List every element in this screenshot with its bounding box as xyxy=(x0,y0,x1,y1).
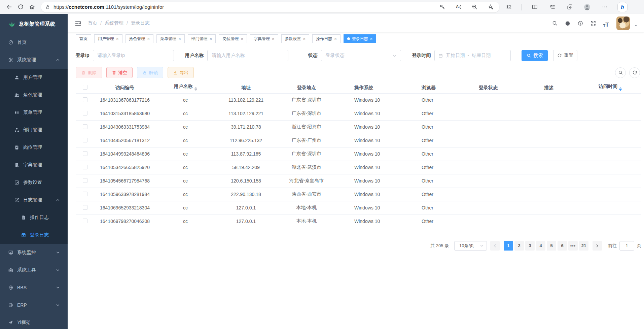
status-select[interactable]: 登录状态 xyxy=(321,50,401,61)
collections-button[interactable] xyxy=(565,2,574,12)
row-checkbox[interactable] xyxy=(83,111,87,116)
prev-page-button[interactable] xyxy=(490,241,500,251)
sidebar-item-12[interactable]: 系统监控 xyxy=(0,244,68,261)
sidebar-item-6[interactable]: 岗位管理 xyxy=(0,139,68,156)
help-button[interactable] xyxy=(576,19,585,28)
github-link[interactable] xyxy=(563,19,572,28)
sidebar-item-3[interactable]: 角色管理 xyxy=(0,86,68,104)
address-bar[interactable]: https://ccnetcore.com:1101/system/log/lo… xyxy=(41,2,499,12)
close-tab-icon[interactable]: × xyxy=(370,37,373,41)
close-tab-icon[interactable]: × xyxy=(210,37,212,41)
row-checkbox[interactable] xyxy=(83,138,87,142)
page-button-1[interactable]: 1 xyxy=(504,241,513,251)
breadcrumb-home[interactable]: 首页 xyxy=(88,20,97,26)
sidebar-item-14[interactable]: BBS xyxy=(0,279,68,296)
tab-8[interactable]: 操作日志× xyxy=(312,34,341,43)
tab-0[interactable]: 首页 xyxy=(76,34,91,43)
row-checkbox[interactable] xyxy=(83,97,87,102)
close-tab-icon[interactable]: × xyxy=(178,37,181,41)
sidebar-item-13[interactable]: 系统工具 xyxy=(0,261,68,279)
next-page-button[interactable] xyxy=(593,241,602,251)
sidebar-item-4[interactable]: 菜单管理 xyxy=(0,104,68,121)
browser-refresh-button[interactable] xyxy=(15,1,26,13)
tab-7[interactable]: 参数设置× xyxy=(281,34,310,43)
favorites-button[interactable] xyxy=(547,2,557,12)
close-tab-icon[interactable]: × xyxy=(334,37,337,41)
date-range-input[interactable]: 开始日期 - 结束日期 xyxy=(434,50,511,61)
row-checkbox[interactable] xyxy=(83,219,87,223)
read-aloud-button[interactable]: A xyxy=(454,2,463,12)
search-button[interactable]: 搜索 xyxy=(522,50,548,61)
user-name-input[interactable]: 请输入用户名称 xyxy=(207,50,288,61)
page-button-4[interactable]: 4 xyxy=(536,241,545,251)
extensions-button[interactable] xyxy=(504,2,513,12)
page-button-21[interactable]: 21 xyxy=(579,241,588,251)
fullscreen-button[interactable] xyxy=(589,19,598,28)
sidebar-item-10[interactable]: 操作日志 xyxy=(0,209,68,226)
page-size-select[interactable]: 10条/页 xyxy=(454,241,487,251)
sidebar-item-1[interactable]: 系统管理 xyxy=(0,51,68,69)
user-avatar[interactable] xyxy=(616,17,630,30)
page-button-6[interactable]: 6 xyxy=(558,241,567,251)
browser-profile-button[interactable] xyxy=(582,2,592,12)
page-button-2[interactable]: 2 xyxy=(514,241,524,251)
reset-button[interactable]: 重置 xyxy=(553,50,577,61)
browser-back-button[interactable] xyxy=(3,1,15,13)
column-header-8[interactable]: 访问时间 xyxy=(579,83,641,93)
close-tab-icon[interactable]: × xyxy=(147,37,150,41)
delete-button[interactable]: 删除 xyxy=(76,67,102,78)
page-button-5[interactable]: 5 xyxy=(547,241,556,251)
tab-label: 登录日志 xyxy=(352,36,368,42)
row-checkbox[interactable] xyxy=(83,192,87,196)
password-key-button[interactable] xyxy=(437,2,447,12)
sidebar-item-5[interactable]: 部门管理 xyxy=(0,121,68,139)
copilot-button[interactable]: b xyxy=(617,2,628,12)
sidebar-item-0[interactable]: 首页 xyxy=(0,34,68,51)
select-all-checkbox[interactable] xyxy=(83,85,87,90)
page-button-3[interactable]: 3 xyxy=(525,241,535,251)
avatar-caret-down-icon[interactable] xyxy=(634,24,638,28)
sort-carets-icon[interactable] xyxy=(194,86,197,92)
close-tab-icon[interactable]: × xyxy=(116,37,119,41)
row-checkbox[interactable] xyxy=(83,151,87,156)
tab-6[interactable]: 字典管理× xyxy=(250,34,278,43)
row-checkbox[interactable] xyxy=(83,124,87,129)
clear-button[interactable]: 清空 xyxy=(106,67,133,78)
close-tab-icon[interactable]: × xyxy=(241,37,243,41)
add-favorite-button[interactable] xyxy=(486,2,495,12)
login-ip-input[interactable]: 请输入登录Ip xyxy=(93,50,174,61)
font-size-button[interactable]: TT xyxy=(602,19,610,28)
sidebar-item-7[interactable]: 字典管理 xyxy=(0,156,68,174)
sidebar-item-8[interactable]: 参数设置 xyxy=(0,174,68,191)
show-search-toggle-button[interactable] xyxy=(615,67,626,78)
tab-3[interactable]: 菜单管理× xyxy=(156,34,185,43)
column-header-1[interactable]: 用户名称 xyxy=(155,83,216,93)
zoom-out-button[interactable] xyxy=(470,2,479,12)
export-button[interactable]: 导出 xyxy=(168,67,194,78)
refresh-table-button[interactable] xyxy=(629,67,640,78)
tab-5[interactable]: 岗位管理× xyxy=(219,34,247,43)
browser-menu-button[interactable] xyxy=(600,2,609,12)
close-tab-icon[interactable]: × xyxy=(303,37,306,41)
row-checkbox[interactable] xyxy=(83,205,87,210)
tab-4[interactable]: 部门管理× xyxy=(188,34,216,43)
sidebar-item-15[interactable]: ERP xyxy=(0,296,68,314)
tab-1[interactable]: 用户管理× xyxy=(94,34,122,43)
sidebar-collapse-button[interactable] xyxy=(74,20,82,27)
browser-home-button[interactable] xyxy=(26,1,38,13)
row-checkbox[interactable] xyxy=(83,165,87,169)
close-tab-icon[interactable]: × xyxy=(272,37,275,41)
goto-page-input[interactable]: 1 xyxy=(619,241,634,251)
sidebar-item-16[interactable]: Yi框架 xyxy=(0,314,68,329)
tab-2[interactable]: 角色管理× xyxy=(126,34,154,43)
tab-9[interactable]: 登录日志× xyxy=(344,34,377,43)
split-screen-button[interactable] xyxy=(530,2,539,12)
sidebar-item-2[interactable]: 用户管理 xyxy=(0,69,68,86)
row-checkbox[interactable] xyxy=(83,178,87,183)
unlock-button[interactable]: 解锁 xyxy=(137,67,163,78)
sidebar-item-9[interactable]: 日志管理 xyxy=(0,191,68,209)
sort-carets-icon[interactable] xyxy=(619,86,622,92)
sidebar-item-11[interactable]: 登录日志 xyxy=(0,226,68,244)
header-search-button[interactable] xyxy=(550,19,559,28)
page-ellipsis[interactable]: ••• xyxy=(568,241,578,251)
